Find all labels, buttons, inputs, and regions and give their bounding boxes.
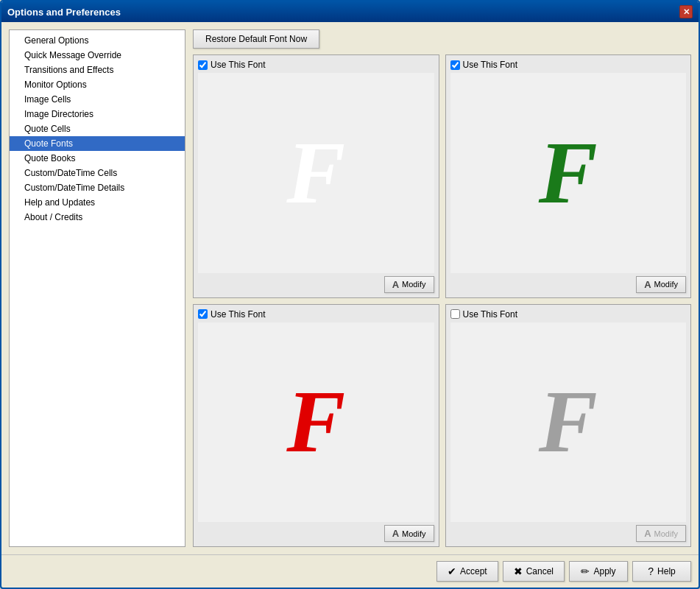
sidebar-item-custom-datetime-cells[interactable]: Custom/DateTime Cells: [10, 166, 185, 180]
use-font-checkbox-0[interactable]: [198, 60, 208, 70]
use-font-checkbox-1[interactable]: [450, 60, 460, 70]
sidebar-item-about-credits[interactable]: About / Credits: [10, 210, 185, 225]
title-bar: Options and Preferences ✕: [1, 1, 699, 22]
modify-font-icon-3: A: [644, 528, 651, 539]
modify-btn-row-2: AModify: [198, 525, 434, 542]
modify-button-2[interactable]: AModify: [384, 525, 434, 542]
cancel-label: Cancel: [526, 566, 554, 576]
dialog-title: Options and Preferences: [7, 7, 121, 18]
apply-button[interactable]: ✏ Apply: [569, 561, 628, 582]
font-letter-area-3: F: [450, 322, 687, 523]
font-cell-1: Use This FontFAModify: [193, 54, 439, 298]
sidebar-item-image-directories[interactable]: Image Directories: [10, 107, 185, 121]
modify-label-1: Modify: [654, 280, 678, 289]
use-font-checkbox-3[interactable]: [450, 309, 460, 319]
font-letter-1: F: [539, 129, 598, 217]
font-letter-0: F: [286, 129, 345, 217]
modify-btn-row-0: AModify: [198, 276, 434, 293]
accept-button[interactable]: ✔ Accept: [436, 561, 498, 582]
modify-button-3: AModify: [636, 525, 686, 542]
sidebar-item-custom-datetime-details[interactable]: Custom/DateTime Details: [10, 180, 185, 195]
sidebar-item-monitor-options[interactable]: Monitor Options: [10, 77, 185, 92]
modify-label-0: Modify: [402, 280, 425, 289]
sidebar-item-image-cells[interactable]: Image Cells: [10, 92, 185, 107]
font-letter-3: F: [539, 378, 598, 466]
options-dialog: Options and Preferences ✕ General Option…: [0, 0, 700, 589]
modify-button-0[interactable]: AModify: [384, 276, 434, 293]
modify-font-icon-2: A: [392, 528, 399, 539]
apply-label: Apply: [593, 566, 615, 576]
checkbox-row-2: Use This Font: [198, 309, 434, 320]
sidebar-item-quote-books[interactable]: Quote Books: [10, 151, 185, 166]
sidebar: General OptionsQuick Message OverrideTra…: [9, 29, 185, 547]
font-letter-area-0: F: [198, 73, 434, 273]
checkbox-row-3: Use This Font: [450, 309, 687, 320]
sidebar-item-quick-message[interactable]: Quick Message Override: [10, 48, 185, 63]
use-font-label-2: Use This Font: [211, 309, 265, 320]
font-letter-area-2: F: [198, 322, 434, 523]
accept-icon: ✔: [448, 565, 456, 577]
sidebar-item-quote-cells[interactable]: Quote Cells: [10, 121, 185, 136]
use-font-label-0: Use This Font: [211, 60, 265, 70]
use-font-label-1: Use This Font: [463, 60, 517, 70]
help-button[interactable]: ? Help: [632, 561, 691, 582]
modify-button-1[interactable]: AModify: [636, 276, 686, 293]
bottom-bar: ✔ Accept ✖ Cancel ✏ Apply ? Help: [1, 554, 699, 588]
font-cell-2: Use This FontFAModify: [445, 54, 692, 298]
use-font-checkbox-2[interactable]: [198, 309, 208, 319]
use-font-label-3: Use This Font: [463, 309, 517, 320]
modify-label-3: Modify: [654, 529, 678, 538]
help-label: Help: [657, 566, 676, 576]
restore-default-font-button[interactable]: Restore Default Font Now: [193, 29, 319, 49]
cancel-button[interactable]: ✖ Cancel: [503, 561, 565, 582]
modify-btn-row-3: AModify: [450, 525, 687, 542]
help-icon: ?: [648, 565, 654, 577]
checkbox-row-1: Use This Font: [450, 60, 687, 70]
close-button[interactable]: ✕: [679, 5, 693, 18]
fonts-grid: Use This FontFAModifyUse This FontFAModi…: [193, 54, 691, 547]
main-panel: Restore Default Font Now Use This FontFA…: [193, 29, 691, 547]
sidebar-item-transitions[interactable]: Transitions and Effects: [10, 63, 185, 77]
cancel-icon: ✖: [514, 565, 523, 577]
font-cell-3: Use This FontFAModify: [193, 304, 439, 548]
font-letter-area-1: F: [450, 73, 687, 273]
modify-font-icon-0: A: [392, 279, 399, 290]
apply-icon: ✏: [581, 565, 590, 577]
sidebar-item-general-options[interactable]: General Options: [10, 33, 185, 48]
modify-btn-row-1: AModify: [450, 276, 687, 293]
content-area: General OptionsQuick Message OverrideTra…: [1, 22, 699, 554]
checkbox-row-0: Use This Font: [198, 60, 434, 70]
font-cell-4: Use This FontFAModify: [445, 304, 692, 548]
sidebar-item-help-updates[interactable]: Help and Updates: [10, 195, 185, 210]
font-letter-2: F: [286, 378, 345, 466]
accept-label: Accept: [460, 566, 487, 576]
modify-label-2: Modify: [402, 529, 425, 538]
modify-font-icon-1: A: [644, 279, 651, 290]
sidebar-item-quote-fonts[interactable]: Quote Fonts: [10, 136, 185, 151]
